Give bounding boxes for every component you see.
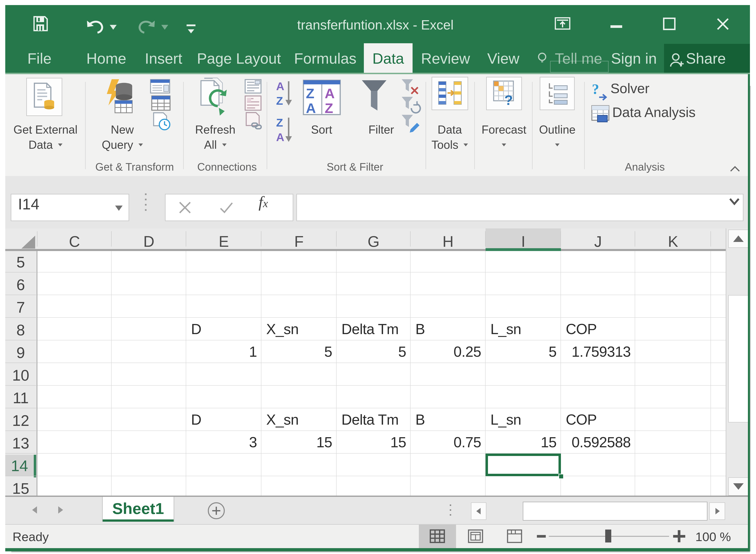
svg-text:A: A bbox=[276, 131, 284, 144]
svg-text:?: ? bbox=[592, 81, 599, 97]
svg-text:A: A bbox=[306, 101, 316, 116]
svg-text:A: A bbox=[276, 80, 284, 93]
svg-text:?: ? bbox=[504, 92, 513, 108]
svg-text:Z: Z bbox=[276, 116, 283, 129]
svg-text:Z: Z bbox=[306, 86, 314, 101]
svg-text:Z: Z bbox=[325, 101, 333, 116]
svg-text:Z: Z bbox=[276, 94, 283, 107]
svg-text:A: A bbox=[325, 86, 335, 101]
